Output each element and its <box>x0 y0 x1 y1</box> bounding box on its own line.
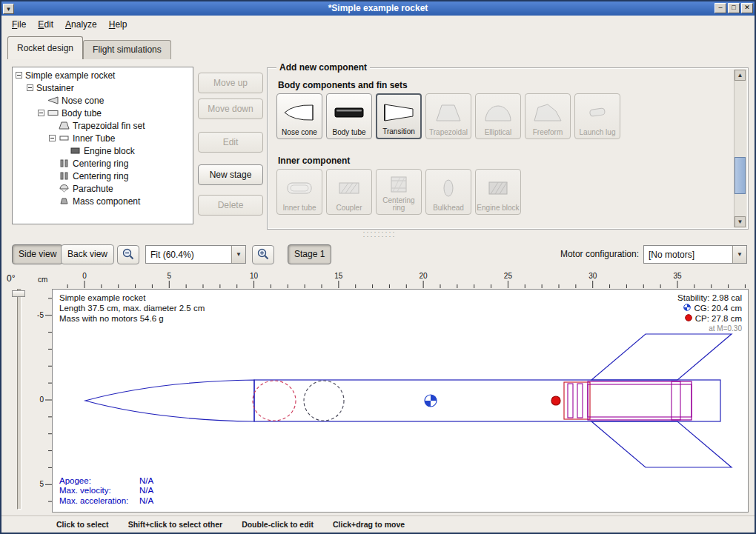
svg-text:35: 35 <box>673 272 682 280</box>
move-up-button[interactable]: Move up <box>198 73 263 93</box>
centering-ring-icon <box>382 172 415 197</box>
rocket-canvas[interactable]: Simple example rocket Length 37.5 cm, ma… <box>52 289 749 513</box>
component-button-coupler[interactable]: Coupler <box>326 169 372 215</box>
stability-value: Stability: 2.98 cal <box>677 293 742 303</box>
add-panel-scrollbar[interactable]: ▲ ▼ <box>734 70 746 227</box>
transition-icon <box>382 97 415 128</box>
scroll-up-icon[interactable]: ▲ <box>735 70 746 81</box>
component-button-bulkhead[interactable]: Bulkhead <box>425 169 471 215</box>
max-acceleration-value: N/A <box>139 496 153 507</box>
component-button-label: Engine block <box>477 204 519 212</box>
component-button-freeform[interactable]: Freeform <box>525 93 571 139</box>
tree-expander-icon[interactable] <box>49 135 56 141</box>
tree-expander-icon[interactable] <box>16 72 22 79</box>
menu-item-analyze[interactable]: Analyze <box>59 17 103 32</box>
component-button-inner-tube[interactable]: Inner tube <box>276 169 322 215</box>
rocket-info-length: Length 37.5 cm, max. diameter 2.5 cm <box>59 303 205 313</box>
tab-rocket-design[interactable]: Rocket design <box>7 36 83 59</box>
stage-1-toggle[interactable]: Stage 1 <box>288 244 331 264</box>
tree-expander-icon[interactable] <box>27 84 33 91</box>
component-button-label: Transition <box>382 128 415 136</box>
bulkhead-icon <box>432 172 465 204</box>
component-button-launch-lug[interactable]: Launch lug <box>574 93 620 139</box>
tree-item-engine-block[interactable]: Engine block <box>13 144 193 157</box>
tree-item-centering-ring[interactable]: Centering ring <box>13 170 193 182</box>
vertical-ruler: -505 <box>34 289 52 513</box>
component-button-nose-cone[interactable]: Nose cone <box>276 93 322 139</box>
engine-block-icon <box>482 172 514 204</box>
component-button-label: Inner tube <box>282 204 316 212</box>
motor-configuration-label: Motor configuration: <box>551 249 639 259</box>
status-hint-shift-click-to-select-other: Shift+click to select other <box>128 520 223 529</box>
tree-item-sustainer[interactable]: Sustainer <box>13 81 193 94</box>
component-button-centering-ring[interactable]: Centering ring <box>376 169 422 215</box>
side-view-button[interactable]: Side view <box>12 244 63 264</box>
zoom-level-value: Fit (60.4%) <box>146 250 231 260</box>
move-down-button[interactable]: Move down <box>198 99 263 119</box>
tree-item-centering-ring[interactable]: Centering ring <box>13 157 193 170</box>
minimize-button[interactable]: – <box>714 3 726 13</box>
tab-flight-simulations[interactable]: Flight simulations <box>83 40 171 59</box>
apogee-value: N/A <box>139 476 153 487</box>
component-button-elliptical[interactable]: Elliptical <box>475 93 521 139</box>
delete-button[interactable]: Delete <box>198 195 263 216</box>
close-button[interactable]: ✕ <box>741 3 753 13</box>
tree-item-label: Nose cone <box>62 96 104 106</box>
svg-text:15: 15 <box>334 272 343 280</box>
maximize-button[interactable]: □ <box>728 3 740 13</box>
split-divider-grip[interactable]: ·················· <box>348 230 411 236</box>
rotation-slider[interactable] <box>17 289 21 510</box>
chevron-down-icon: ▼ <box>231 246 245 263</box>
motor-configuration-combobox[interactable]: [No motors] ▼ <box>643 245 747 264</box>
add-component-title: Add new component <box>276 62 370 73</box>
body-components-row: Nose coneBody tubeTransitionTrapezoidalE… <box>276 93 620 139</box>
menu-item-file[interactable]: File <box>6 17 32 32</box>
tree-item-parachute[interactable]: Parachute <box>13 182 193 195</box>
apogee-label: Apogee: <box>59 476 139 487</box>
body-tube-icon <box>333 96 365 129</box>
inner-components-row: Inner tubeCouplerCentering ringBulkheadE… <box>276 169 521 215</box>
component-tree[interactable]: Simple example rocketSustainerNose coneB… <box>12 67 193 224</box>
tree-item-body-tube[interactable]: Body tube <box>13 107 193 119</box>
component-button-label: Coupler <box>336 204 362 212</box>
tree-item-mass-component[interactable]: Mass component <box>13 195 193 207</box>
zoom-in-button[interactable] <box>252 245 274 264</box>
back-view-button[interactable]: Back view <box>61 244 114 264</box>
tree-expander-icon[interactable] <box>38 110 44 116</box>
component-button-body-tube[interactable]: Body tube <box>326 93 372 139</box>
component-button-trapezoidal[interactable]: Trapezoidal <box>425 93 471 139</box>
new-stage-button[interactable]: New stage <box>198 164 263 185</box>
tree-item-nose-cone[interactable]: Nose cone <box>13 94 193 107</box>
scroll-down-icon[interactable]: ▼ <box>735 216 746 227</box>
zoom-out-button[interactable] <box>117 245 139 264</box>
cp-icon <box>685 313 692 324</box>
component-button-engine-block[interactable]: Engine block <box>475 169 521 215</box>
zoom-in-icon <box>256 247 270 263</box>
component-button-label: Launch lug <box>580 129 616 136</box>
edit-button[interactable]: Edit <box>198 132 263 153</box>
tree-item-inner-tube[interactable]: Inner Tube <box>13 132 193 144</box>
menu-item-help[interactable]: Help <box>103 17 133 32</box>
component-button-transition[interactable]: Transition <box>376 93 422 139</box>
window-menu-icon[interactable]: ▾ <box>3 4 14 14</box>
tree-item-simple-example-rocket[interactable]: Simple example rocket <box>13 69 193 81</box>
status-hint-click-to-select: Click to select <box>56 520 109 529</box>
stability-block: Stability: 2.98 cal CG: 20.4 cm CP: 27.8… <box>677 293 742 334</box>
max-velocity-label: Max. velocity: <box>59 486 139 496</box>
scrollbar-thumb[interactable] <box>735 157 746 194</box>
tree-item-label: Sustainer <box>36 83 74 93</box>
inner-tube-icon <box>59 134 70 142</box>
elliptical-fin-icon <box>482 96 514 129</box>
tree-item-label: Centering ring <box>73 158 128 169</box>
menu-item-edit[interactable]: Edit <box>32 17 59 32</box>
zoom-level-combobox[interactable]: Fit (60.4%) ▼ <box>145 245 246 264</box>
zoom-out-icon <box>122 247 135 263</box>
title-bar[interactable]: ▾ *Simple example rocket – □ ✕ <box>1 1 755 16</box>
centering-ring-icon <box>59 159 70 167</box>
rotation-slider-thumb[interactable] <box>12 290 25 297</box>
tree-item-label: Parachute <box>73 184 113 194</box>
tree-item-trapezoidal-fin-set[interactable]: Trapezoidal fin set <box>13 119 193 132</box>
svg-text:5: 5 <box>39 480 44 488</box>
cg-icon <box>683 303 691 313</box>
component-button-label: Bulkhead <box>433 204 464 212</box>
